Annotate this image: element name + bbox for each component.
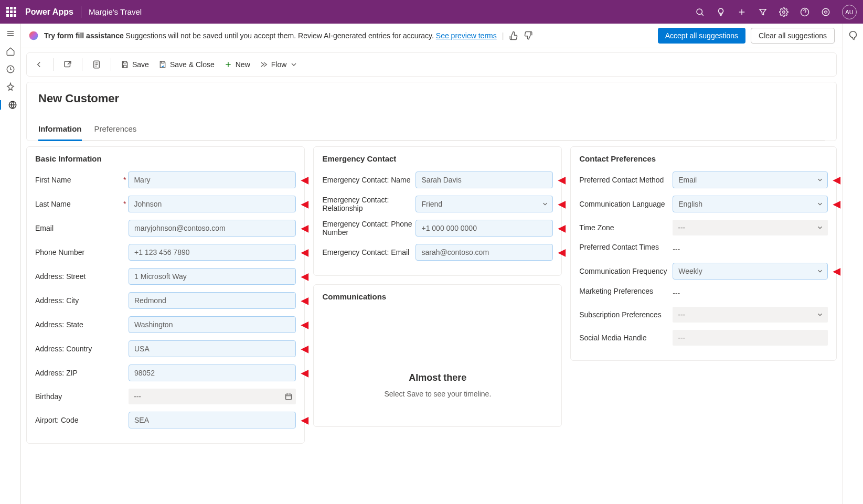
label-marketing: Marketing Preferences xyxy=(579,287,673,295)
user-avatar[interactable]: AU xyxy=(842,5,857,19)
label-birthday: Birthday xyxy=(35,392,129,401)
required-indicator: * xyxy=(123,200,126,208)
required-indicator: * xyxy=(123,176,126,184)
section-basic-heading: Basic Information xyxy=(35,154,296,163)
section-comms-heading: Communications xyxy=(322,292,553,301)
label-state: Address: State xyxy=(35,320,129,329)
country-input[interactable] xyxy=(129,340,296,357)
contact-times-value[interactable]: --- xyxy=(673,243,828,255)
label-city: Address: City xyxy=(35,296,129,305)
suggestion-arrow-icon: ◀ xyxy=(301,198,308,210)
svg-point-7 xyxy=(822,8,829,16)
suggestion-arrow-icon: ◀ xyxy=(301,271,308,282)
ec-email-input[interactable] xyxy=(415,244,553,261)
recent-icon[interactable] xyxy=(6,65,15,74)
label-contact-method: Preferred Contact Method xyxy=(579,176,673,184)
suggestion-arrow-icon: ◀ xyxy=(558,222,566,234)
section-prefs-heading: Contact Preferences xyxy=(579,154,828,163)
phone-input[interactable] xyxy=(129,244,296,261)
label-ec-phone: Emergency Contact: Phone Number xyxy=(322,220,415,237)
tab-information[interactable]: Information xyxy=(38,121,82,141)
label-comm-freq: Communication Frequency xyxy=(579,267,673,275)
svg-rect-18 xyxy=(286,394,292,400)
contact-method-select[interactable]: Email xyxy=(673,171,828,188)
suggestion-arrow-icon: ◀ xyxy=(558,198,566,210)
environment-name[interactable]: Margie's Travel xyxy=(89,7,142,16)
label-airport: Airport: Code xyxy=(35,416,129,424)
last-name-input[interactable] xyxy=(128,196,296,212)
flow-button[interactable]: Flow xyxy=(260,60,299,69)
globe-nav-item[interactable] xyxy=(0,100,20,110)
label-social: Social Media Handle xyxy=(579,334,673,342)
label-ec-rel: Emergency Contact: Relationship xyxy=(322,196,415,212)
state-input[interactable] xyxy=(129,316,296,333)
preview-terms-link[interactable]: See preview terms xyxy=(436,31,497,40)
label-timezone: Time Zone xyxy=(579,223,673,232)
suggestion-arrow-icon: ◀ xyxy=(833,265,840,277)
svg-point-4 xyxy=(783,10,785,13)
street-input[interactable] xyxy=(129,268,296,285)
section-emergency-heading: Emergency Contact xyxy=(322,154,553,163)
suggestion-arrow-icon: ◀ xyxy=(558,246,566,258)
accept-suggestions-button[interactable]: Accept all suggestions xyxy=(658,28,745,44)
back-icon[interactable] xyxy=(34,60,44,69)
search-icon[interactable] xyxy=(695,7,705,17)
help-icon[interactable] xyxy=(800,7,809,17)
timeline-text: Select Save to see your timeline. xyxy=(327,390,548,398)
copilot-panel-icon[interactable] xyxy=(847,30,859,41)
thumbs-up-icon[interactable] xyxy=(509,31,518,40)
thumbs-down-icon[interactable] xyxy=(524,31,533,40)
home-icon[interactable] xyxy=(6,47,15,56)
email-input[interactable] xyxy=(129,220,296,237)
ec-phone-input[interactable] xyxy=(415,220,553,237)
suggestion-arrow-icon: ◀ xyxy=(301,246,308,258)
ec-name-input[interactable] xyxy=(415,171,553,188)
social-input[interactable] xyxy=(673,330,828,346)
copilot-icon xyxy=(28,30,39,41)
clear-suggestions-button[interactable]: Clear all suggestions xyxy=(751,28,835,44)
save-button[interactable]: Save xyxy=(121,60,149,69)
pinned-icon[interactable] xyxy=(6,82,15,92)
zip-input[interactable] xyxy=(129,364,296,381)
label-ec-email: Emergency Contact: Email xyxy=(322,248,415,256)
add-icon[interactable] xyxy=(737,7,747,17)
divider xyxy=(81,6,81,18)
suggestion-arrow-icon: ◀ xyxy=(833,198,840,210)
airport-input[interactable] xyxy=(129,412,296,428)
open-new-icon[interactable] xyxy=(63,60,72,69)
tab-preferences[interactable]: Preferences xyxy=(94,121,137,140)
city-input[interactable] xyxy=(129,292,296,309)
filter-icon[interactable] xyxy=(758,7,768,17)
app-launcher-icon[interactable] xyxy=(6,7,17,17)
suggestion-arrow-icon: ◀ xyxy=(301,319,308,330)
calendar-icon[interactable] xyxy=(284,392,293,401)
ec-relationship-select[interactable]: Friend xyxy=(415,196,553,212)
checklist-icon[interactable] xyxy=(92,60,101,69)
label-phone: Phone Number xyxy=(35,248,129,256)
suggestion-arrow-icon: ◀ xyxy=(301,367,308,379)
idea-icon[interactable] xyxy=(716,7,726,17)
label-subs: Subscription Preferences xyxy=(579,310,673,319)
birthday-input[interactable] xyxy=(129,389,296,404)
label-first-name: First Name xyxy=(35,176,129,184)
svg-rect-14 xyxy=(65,61,70,67)
brand-label: Power Apps xyxy=(25,7,73,17)
label-last-name: Last Name xyxy=(35,200,129,208)
suggestion-arrow-icon: ◀ xyxy=(833,174,840,186)
subs-select[interactable]: --- xyxy=(673,307,828,323)
save-close-button[interactable]: Save & Close xyxy=(158,60,215,69)
menu-toggle-icon[interactable] xyxy=(6,29,15,38)
marketing-value[interactable]: --- xyxy=(673,287,828,299)
page-title: New Customer xyxy=(38,92,825,105)
gear-icon[interactable] xyxy=(779,7,789,17)
timeline-title: Almost there xyxy=(327,372,548,383)
assistant-icon[interactable] xyxy=(821,7,830,17)
first-name-input[interactable] xyxy=(128,171,296,188)
new-button[interactable]: New xyxy=(224,60,250,69)
timezone-select[interactable]: --- xyxy=(673,220,828,235)
comm-freq-select[interactable]: Weekly xyxy=(673,263,828,280)
label-street: Address: Street xyxy=(35,272,129,281)
label-country: Address: Country xyxy=(35,345,129,353)
comm-lang-select[interactable]: English xyxy=(673,196,828,212)
suggestion-arrow-icon: ◀ xyxy=(301,343,308,355)
